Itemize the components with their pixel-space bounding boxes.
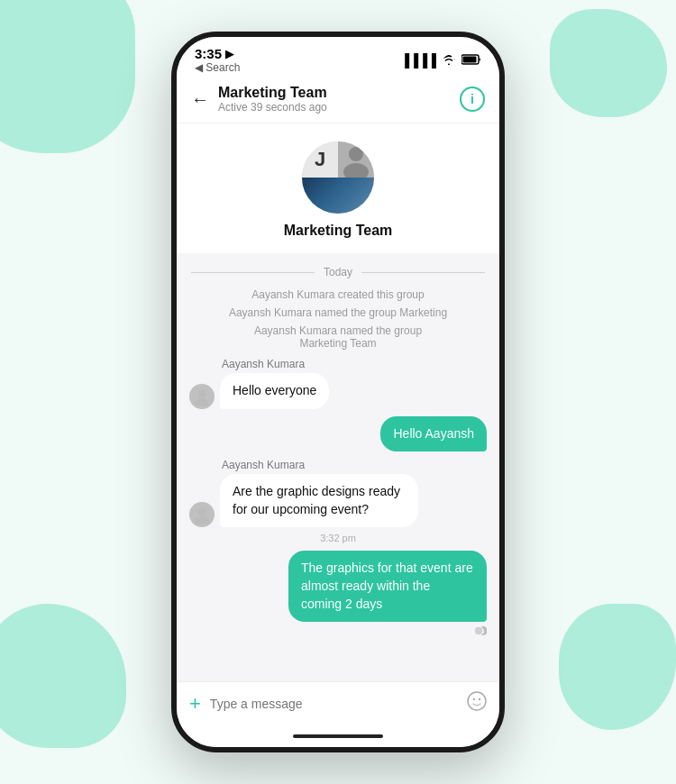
timestamp-1: 3:32 pm — [177, 529, 499, 545]
system-msg-3: Aayansh Kumara named the groupMarketing … — [177, 322, 499, 352]
time-text: 3:35 — [195, 46, 222, 61]
svg-point-13 — [479, 698, 480, 700]
back-label[interactable]: ◀ Search — [195, 61, 240, 74]
msg-sender-1: Aayansh Kumara — [222, 358, 487, 370]
msg-group-2: Hello Aayansh — [177, 411, 499, 454]
bubble-4: The graphics for that event are almost r… — [288, 551, 487, 622]
status-bar: 3:35 ▶ ◀ Search ▐▐▐▐ — [177, 37, 499, 77]
system-msg-1: Aayansh Kumara created this group — [177, 286, 499, 304]
active-status: Active 39 seconds ago — [218, 101, 327, 114]
date-label: Today — [324, 266, 352, 278]
svg-point-11 — [468, 692, 486, 710]
status-icons: ▐▐▐▐ — [400, 53, 481, 68]
group-avatar-label: Marketing Team — [284, 223, 393, 239]
chat-body[interactable]: J Marketing Team Today Aayansh Kumara cr… — [177, 123, 499, 681]
input-bar: + — [177, 681, 499, 729]
date-divider: Today — [177, 253, 499, 286]
status-left: 3:35 ▶ ◀ Search — [195, 46, 240, 74]
header-info: Marketing Team Active 39 seconds ago — [218, 85, 327, 114]
avatar-quarter-grey — [338, 141, 374, 178]
svg-point-4 — [198, 389, 206, 397]
msg-row-4: The graphics for that event are almost r… — [189, 551, 487, 622]
bg-blob-tr — [550, 9, 667, 117]
header-left: ← Marketing Team Active 39 seconds ago — [191, 85, 327, 114]
group-avatar: J — [302, 141, 374, 214]
msg-group-1: Aayansh Kumara Hello everyone — [177, 352, 499, 411]
msg-avatar-3 — [189, 502, 215, 527]
bubble-3: Are the graphic designs ready for our up… — [220, 474, 418, 527]
msg-avatar-1 — [189, 384, 215, 409]
msg-row-3: Are the graphic designs ready for our up… — [189, 474, 487, 527]
add-button[interactable]: + — [189, 694, 201, 714]
signal-icon: ▐▐▐▐ — [400, 53, 436, 68]
location-icon: ▶ — [225, 48, 233, 60]
system-msg-2: Aayansh Kumara named the group Marketing — [177, 304, 499, 322]
avatar-quarter-j: J — [302, 141, 338, 178]
svg-text:J: J — [482, 629, 485, 634]
wifi-icon — [442, 53, 456, 68]
read-receipt-icon: J — [470, 624, 487, 640]
svg-point-7 — [195, 516, 209, 524]
status-time: 3:35 ▶ — [195, 46, 240, 61]
phone-frame: 3:35 ▶ ◀ Search ▐▐▐▐ ← Marketing Team Ac… — [171, 32, 505, 752]
svg-point-2 — [349, 147, 363, 161]
msg-sender-3: Aayansh Kumara — [222, 459, 487, 471]
avatar-quarter-photo — [302, 178, 374, 214]
battery-icon — [461, 53, 481, 68]
divider-line-right — [361, 272, 485, 273]
chat-header: ← Marketing Team Active 39 seconds ago i — [177, 77, 499, 123]
msg-group-4: The graphics for that event are almost r… — [177, 545, 499, 624]
home-bar — [293, 734, 383, 738]
read-receipt: J — [177, 624, 499, 640]
msg-row-2: Hello Aayansh — [189, 416, 487, 452]
divider-line-left — [191, 272, 315, 273]
bubble-2: Hello Aayansh — [380, 416, 487, 452]
bg-blob-br — [559, 604, 676, 730]
bg-blob-tl — [0, 0, 135, 153]
group-name: Marketing Team — [218, 85, 327, 101]
svg-point-12 — [473, 698, 475, 700]
msg-row-1: Hello everyone — [189, 373, 487, 409]
svg-rect-1 — [463, 56, 477, 62]
msg-group-3: Aayansh Kumara Are the graphic designs r… — [177, 453, 499, 529]
bg-blob-bl — [0, 604, 126, 748]
back-button[interactable]: ← — [191, 89, 209, 110]
emoji-button[interactable] — [467, 691, 487, 716]
svg-point-6 — [198, 508, 206, 516]
svg-point-5 — [195, 398, 209, 406]
info-button[interactable]: i — [460, 87, 485, 112]
home-indicator — [177, 729, 499, 747]
group-avatar-area: J Marketing Team — [177, 123, 499, 253]
message-input[interactable] — [210, 697, 458, 711]
svg-point-3 — [343, 163, 369, 178]
bubble-1: Hello everyone — [220, 373, 329, 409]
